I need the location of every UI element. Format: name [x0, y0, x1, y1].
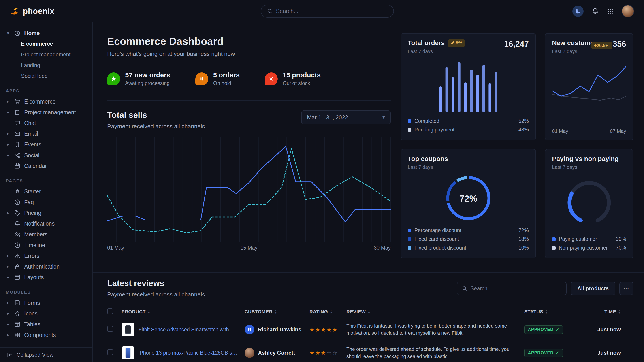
status-cell: APPROVED✓ — [524, 325, 581, 334]
column-header-review[interactable]: REVIEW▲▼ — [346, 309, 524, 314]
column-header-product[interactable]: PRODUCT▲▼ — [122, 309, 244, 314]
x-icon — [265, 72, 278, 85]
sidebar-item-social[interactable]: ▸Social — [0, 150, 92, 161]
sidebar-item-project-management[interactable]: ▸Project management — [0, 107, 92, 118]
rocket-icon — [14, 188, 20, 195]
sidebar-item-forms[interactable]: ▸Forms — [0, 297, 92, 308]
legend-label: Paying customer — [559, 236, 597, 242]
sidebar-item-events[interactable]: ▸Events — [0, 139, 92, 150]
check-icon: ✓ — [556, 350, 560, 356]
cart-icon — [14, 98, 20, 105]
new-customers-line-chart — [552, 61, 626, 113]
sidebar-item-email[interactable]: ▸Email — [0, 128, 92, 139]
apps-grid-button[interactable] — [607, 8, 614, 14]
more-options-button[interactable]: ... — [620, 282, 633, 295]
sidebar-item-calendar[interactable]: Calendar — [0, 161, 92, 171]
user-avatar[interactable] — [622, 5, 634, 17]
caret-down-icon: ▾ — [6, 31, 10, 35]
column-header-status[interactable]: STATUS▲▼ — [524, 309, 581, 314]
search-icon — [462, 286, 467, 291]
tag-icon — [14, 210, 20, 216]
stat-subtitle: Out of stock — [282, 80, 321, 86]
sidebar-item-notifications[interactable]: Notifications — [0, 218, 92, 229]
search-input[interactable] — [276, 8, 388, 14]
sidebar-item-home[interactable]: ▾Home — [0, 28, 92, 38]
sidebar-subitem-landing[interactable]: Landing — [0, 60, 92, 71]
status-cell: APPROVED✓ — [524, 349, 581, 357]
legend-swatch — [408, 128, 411, 132]
product-link[interactable]: iPhone 13 pro max-Pacific Blue-128GB sto… — [138, 350, 238, 356]
stat-awating-processing: 57 new ordersAwating processing — [107, 71, 170, 86]
rating-stars: ★★★★★ — [310, 327, 346, 333]
star-icon — [14, 310, 20, 317]
dark-mode-toggle[interactable] — [572, 5, 584, 17]
column-header-rating[interactable]: RATING▲▼ — [310, 309, 346, 314]
sidebar-item-components[interactable]: ▸Components — [0, 330, 92, 340]
legend-swatch — [408, 246, 411, 250]
sidebar-subitem-social-feed[interactable]: Social feed — [0, 71, 92, 81]
sidebar-item-faq[interactable]: Faq — [0, 197, 92, 208]
customer-cell: Ashley Garrett — [244, 348, 310, 358]
top-navbar: phoenix — [0, 0, 644, 22]
legend-label: Fixed card discount — [414, 236, 459, 242]
sidebar-item-tables[interactable]: ▸Tables — [0, 319, 92, 330]
collapsed-view-button[interactable]: Collapsed View — [0, 347, 92, 362]
customer-cell: RRichard Dawkins — [244, 325, 310, 335]
sidebar-item-starter[interactable]: Starter — [0, 186, 92, 197]
sidebar-item-layouts[interactable]: ▸Layouts — [0, 272, 92, 283]
legend-swatch — [408, 229, 411, 232]
total-sells-line-chart — [107, 137, 391, 242]
top-coupons-card: Top coupons Last 7 days 72% Percentage d… — [400, 149, 536, 259]
sidebar-item-chat[interactable]: Chat — [0, 118, 92, 128]
stat-title: 15 products — [282, 71, 321, 79]
sidebar-item-authentication[interactable]: ▸Authentication — [0, 261, 92, 272]
sidebar-item-label: Forms — [24, 300, 40, 306]
time-cell: Just now — [581, 350, 633, 356]
stat-text: 15 productsOut of stock — [282, 71, 321, 86]
product-thumbnail — [122, 323, 134, 336]
sidebar-item-timeline[interactable]: Timeline — [0, 240, 92, 250]
product-cell: iPhone 13 pro max-Pacific Blue-128GB sto… — [122, 346, 244, 359]
column-header-customer[interactable]: CUSTOMER▲▼ — [244, 309, 310, 314]
reviews-search[interactable] — [457, 282, 566, 295]
sidebar-subitem-project-management[interactable]: Project management — [0, 49, 92, 60]
sidebar-item-pricing[interactable]: ▸Pricing — [0, 208, 92, 218]
select-all-checkbox[interactable] — [107, 308, 113, 314]
date-range-value: Mar 1 - 31, 2022 — [307, 114, 348, 121]
sidebar-item-e-commerce[interactable]: ▸E commerce — [0, 96, 92, 107]
caret-right-icon: ▸ — [6, 99, 10, 104]
moon-icon — [575, 8, 581, 14]
caret-right-icon: ▸ — [6, 131, 10, 136]
envelope-icon — [14, 130, 20, 137]
row-checkbox[interactable] — [107, 326, 113, 332]
legend-label: Pending payment — [414, 127, 454, 133]
product-link[interactable]: Fitbit Sense Advanced Smartwatch with To… — [138, 327, 238, 333]
table-header-row: PRODUCT▲▼CUSTOMER▲▼RATING▲▼REVIEW▲▼STATU… — [107, 306, 633, 318]
table-row: iPhone 13 pro max-Pacific Blue-128GB sto… — [107, 342, 633, 362]
total-orders-bar-chart — [439, 58, 498, 114]
column-header-time[interactable]: TIME▲▼ — [581, 309, 633, 314]
global-search[interactable] — [261, 5, 394, 18]
sidebar-item-members[interactable]: Members — [0, 229, 92, 240]
paying-gauge-chart — [559, 179, 620, 226]
sort-icon: ▲▼ — [618, 310, 621, 314]
bookmark-icon — [14, 141, 20, 148]
notifications-bell-button[interactable] — [592, 7, 599, 15]
row-checkbox[interactable] — [107, 349, 113, 355]
sidebar-item-errors[interactable]: ▸Errors — [0, 250, 92, 261]
legend-label: Fixed product discount — [414, 245, 466, 251]
all-products-button[interactable]: All products — [570, 282, 615, 295]
stat-text: 57 new ordersAwating processing — [125, 71, 170, 86]
brand[interactable]: phoenix — [10, 6, 54, 16]
status-label: APPROVED — [528, 350, 554, 355]
top-coupons-donut-chart: 72% — [442, 172, 494, 224]
product-cell: Fitbit Sense Advanced Smartwatch with To… — [122, 323, 244, 336]
paying-vs-nonpaying-card: Paying vs non paying Last 7 days Paying … — [545, 149, 633, 259]
checkbox-cell — [107, 308, 122, 315]
sidebar-subitem-e-commerce[interactable]: E commerce — [0, 38, 92, 49]
sidebar-item-icons[interactable]: ▸Icons — [0, 308, 92, 319]
reviews-search-input[interactable] — [470, 285, 562, 292]
date-range-select[interactable]: Mar 1 - 31, 2022 ▾ — [301, 110, 391, 124]
column-header-label: REVIEW — [346, 309, 366, 314]
sidebar-item-label: Authentication — [24, 263, 60, 270]
